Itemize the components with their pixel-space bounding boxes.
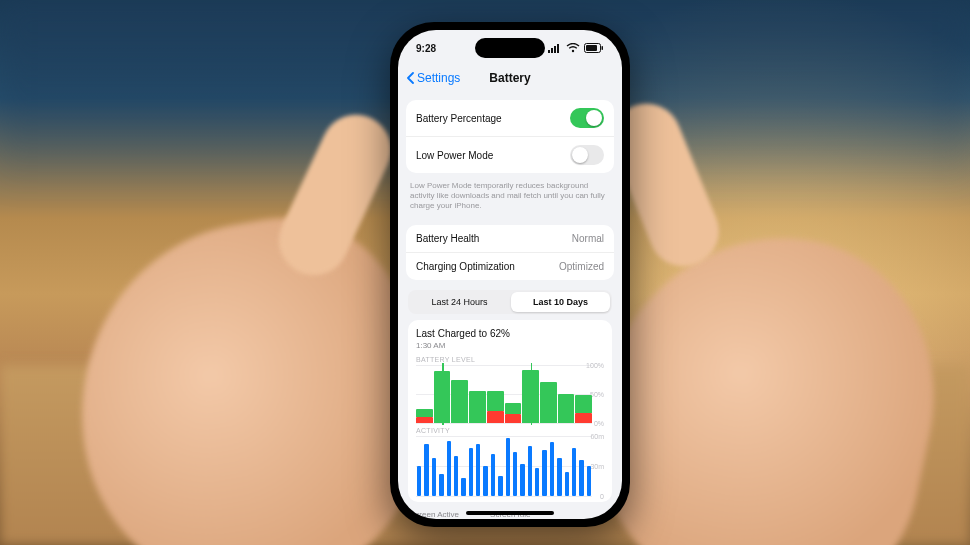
screen-active-label: Screen Active [410, 510, 466, 519]
battery-level-label: Battery Level [416, 356, 604, 363]
activity-col [460, 436, 466, 496]
group-health: Battery Health Normal Charging Optimizat… [406, 225, 614, 280]
activity-col [468, 436, 474, 496]
level-col [434, 365, 451, 423]
activity-col [475, 436, 481, 496]
svg-rect-3 [557, 44, 559, 53]
activity-col [431, 436, 437, 496]
activity-col [571, 436, 577, 496]
back-label: Settings [417, 71, 460, 85]
group-power: Battery Percentage Low Power Mode [406, 100, 614, 173]
back-button[interactable]: Settings [406, 71, 460, 85]
charging-value: Optimized [559, 261, 604, 272]
level-col [522, 365, 539, 423]
home-indicator[interactable] [466, 511, 554, 515]
level-col [558, 365, 575, 423]
charging-label: Charging Optimization [416, 261, 515, 272]
activity-col [505, 436, 511, 496]
level-col [487, 365, 504, 423]
row-charging-optimization[interactable]: Charging Optimization Optimized [406, 252, 614, 280]
iphone-frame: 9:28 Settings B [390, 22, 630, 527]
nav-bar: Settings Battery [398, 64, 622, 92]
activity-col [534, 436, 540, 496]
wifi-icon [566, 43, 580, 53]
activity-col [512, 436, 518, 496]
activity-col [578, 436, 584, 496]
level-col [469, 365, 486, 423]
summary-screen-active: Screen Active 17h 37m [410, 510, 466, 519]
card-charts: Last Charged to 62% 1:30 AM Battery Leve… [408, 320, 612, 502]
status-time: 9:28 [416, 43, 436, 54]
chevron-left-icon [406, 72, 414, 84]
battery-level-chart: 0%50%100% [416, 365, 604, 423]
activity-col [490, 436, 496, 496]
level-col [416, 365, 433, 423]
svg-rect-1 [551, 48, 553, 53]
svg-rect-2 [554, 46, 556, 53]
level-col [451, 365, 468, 423]
svg-rect-7 [586, 45, 597, 51]
activity-label: Activity [416, 427, 604, 434]
activity-col [453, 436, 459, 496]
activity-chart: 030m60m [416, 436, 604, 496]
last-charged-title: Last Charged to 62% [416, 328, 604, 339]
last-charged-sub: 1:30 AM [416, 341, 604, 350]
activity-col [564, 436, 570, 496]
svg-point-4 [572, 50, 574, 52]
activity-col [438, 436, 444, 496]
screen: 9:28 Settings B [398, 30, 622, 519]
activity-col [423, 436, 429, 496]
activity-col [519, 436, 525, 496]
battery-percentage-label: Battery Percentage [416, 113, 502, 124]
activity-col [556, 436, 562, 496]
activity-col [482, 436, 488, 496]
level-col [505, 365, 522, 423]
svg-rect-6 [602, 46, 604, 50]
battery-health-value: Normal [572, 233, 604, 244]
low-power-footnote: Low Power Mode temporarily reduces backg… [398, 181, 622, 217]
battery-icon [584, 43, 604, 53]
activity-col [527, 436, 533, 496]
activity-col [541, 436, 547, 496]
battery-percentage-toggle[interactable] [570, 108, 604, 128]
seg-24h[interactable]: Last 24 Hours [410, 292, 509, 312]
page-title: Battery [489, 71, 530, 85]
seg-10d[interactable]: Last 10 Days [511, 292, 610, 312]
activity-col [497, 436, 503, 496]
signal-icon [548, 43, 562, 53]
activity-col [416, 436, 422, 496]
low-power-mode-toggle[interactable] [570, 145, 604, 165]
level-col [575, 365, 592, 423]
activity-col [586, 436, 592, 496]
level-col [540, 365, 557, 423]
battery-health-label: Battery Health [416, 233, 479, 244]
low-power-mode-label: Low Power Mode [416, 150, 493, 161]
row-low-power-mode[interactable]: Low Power Mode [406, 136, 614, 173]
activity-col [549, 436, 555, 496]
svg-rect-0 [548, 50, 550, 53]
row-battery-percentage[interactable]: Battery Percentage [406, 100, 614, 136]
segmented-control[interactable]: Last 24 Hours Last 10 Days [408, 290, 612, 314]
activity-col [446, 436, 452, 496]
dynamic-island [475, 38, 545, 58]
row-battery-health[interactable]: Battery Health Normal [406, 225, 614, 252]
